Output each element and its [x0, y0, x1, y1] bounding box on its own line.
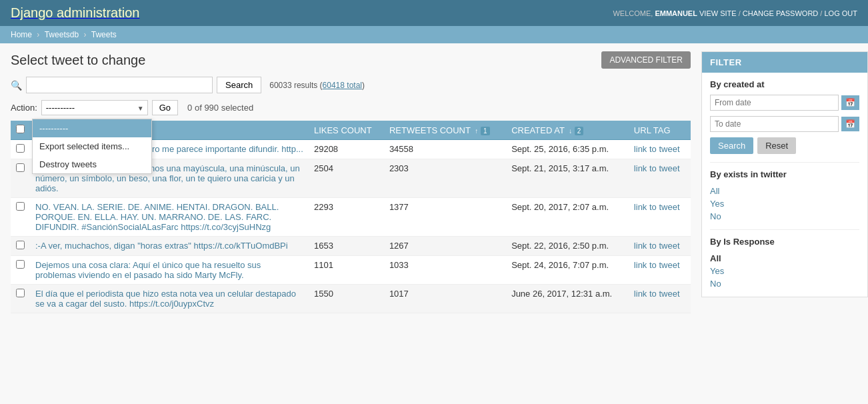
action-label: Action: [11, 103, 37, 113]
welcome-text: WELCOME, [613, 9, 653, 17]
row-created-at-cell: Sept. 21, 2015, 3:17 a.m. [506, 159, 629, 198]
filter-is-response-no[interactable]: No [710, 277, 859, 290]
select-all-header[interactable] [11, 121, 30, 140]
row-tweet-cell: :-A ver, muchachos, digan "horas extras"… [30, 237, 309, 256]
content-wrapper: Select tweet to change ADVANCED FILTER 🔍… [0, 43, 868, 321]
results-close: ) [362, 81, 365, 90]
site-title-link[interactable]: Django administration [11, 5, 139, 21]
row-checkbox[interactable] [16, 241, 25, 249]
filter-from-date-input[interactable] [710, 95, 839, 111]
url-tag-link[interactable]: link to tweet [634, 163, 680, 173]
log-out-link[interactable]: LOG OUT [824, 9, 857, 17]
tweet-link[interactable]: :-A ver, muchachos, digan "horas extras"… [35, 241, 288, 251]
breadcrumb-current: Tweets [91, 30, 117, 39]
filter-is-response-options: All Yes No [710, 252, 859, 290]
site-header: Django administration WELCOME, EMMANUEL … [0, 0, 868, 26]
advanced-filter-button[interactable]: ADVANCED FILTER [601, 51, 691, 69]
action-bar: Action: ---------- Export selected items… [11, 100, 691, 115]
action-select[interactable]: ---------- Export selected items... Dest… [41, 100, 148, 115]
filter-search-button[interactable]: Search [710, 137, 753, 154]
filter-exists-options: All Yes No [710, 185, 859, 223]
breadcrumb-home[interactable]: Home [11, 30, 32, 39]
retweets-col-header[interactable]: RETWEETS COUNT ↑ 1 [384, 121, 506, 140]
row-retweets-cell: 34558 [384, 140, 506, 159]
row-likes-cell: 1653 [309, 237, 384, 256]
dropdown-item[interactable]: Destroy tweets [33, 155, 151, 173]
created-at-col-header[interactable]: CREATED AT ↓ 2 [506, 121, 629, 140]
to-date-calendar-icon[interactable]: 📅 [841, 117, 859, 131]
row-url-tag-cell: link to tweet [629, 140, 691, 159]
search-input[interactable] [26, 77, 213, 93]
sort-arrow-created: ↓ [569, 127, 572, 135]
filter-exists-no[interactable]: No [710, 210, 859, 223]
url-tag-link[interactable]: link to tweet [634, 241, 680, 251]
url-tag-link[interactable]: link to tweet [634, 202, 680, 212]
results-text: 60033 results ( [269, 81, 322, 90]
row-checkbox-cell [11, 256, 30, 285]
filter-to-date-row: 📅 [710, 116, 859, 132]
row-created-at-cell: June 26, 2017, 12:31 a.m. [506, 285, 629, 313]
filter-body: By created at 📅 📅 Search Reset By exists… [702, 73, 867, 297]
url-tag-link[interactable]: link to tweet [634, 144, 680, 154]
search-bar: 🔍 Search 60033 results (60418 total) [11, 77, 691, 93]
url-tag-link[interactable]: link to tweet [634, 289, 680, 299]
results-count: 60033 results (60418 total) [269, 81, 365, 90]
row-likes-cell: 1550 [309, 285, 384, 313]
filter-is-response-all[interactable]: All [710, 252, 859, 265]
row-likes-cell: 2504 [309, 159, 384, 198]
row-checkbox[interactable] [16, 163, 25, 172]
username: EMMANUEL [655, 9, 697, 17]
filter-exists-label: By exists in twitter [710, 169, 859, 179]
sort-arrow-retweets: ↑ [475, 127, 478, 135]
tweet-link[interactable]: Dejemos una cosa clara: Aquí el único qu… [35, 260, 261, 280]
filter-is-response-yes[interactable]: Yes [710, 265, 859, 277]
row-url-tag-cell: link to tweet [629, 198, 691, 237]
row-checkbox[interactable] [16, 144, 25, 153]
row-tweet-cell: NO. VEAN. LA. SERIE. DE. ANIME. HENTAI. … [30, 198, 309, 237]
selected-count: 0 of 990 selected [187, 103, 253, 113]
select-all-checkbox[interactable] [16, 125, 25, 133]
filter-divider-1 [710, 162, 859, 163]
total-link[interactable]: 60418 total [323, 81, 362, 90]
filter-exists-all[interactable]: All [710, 185, 859, 197]
tweet-link[interactable]: El día que el periodista que hizo esta n… [35, 289, 296, 309]
sep-1: › [37, 30, 41, 39]
row-created-at-cell: Sept. 24, 2016, 7:07 p.m. [506, 256, 629, 285]
row-created-at-cell: Sept. 25, 2016, 6:35 p.m. [506, 140, 629, 159]
row-retweets-cell: 1377 [384, 198, 506, 237]
row-url-tag-cell: link to tweet [629, 256, 691, 285]
table-row: :-A ver, muchachos, digan "horas extras"… [11, 237, 691, 256]
go-button[interactable]: Go [152, 100, 178, 115]
filter-exists-yes[interactable]: Yes [710, 197, 859, 210]
main-content: Select tweet to change ADVANCED FILTER 🔍… [0, 43, 701, 321]
likes-col-header: LIKES COUNT [309, 121, 384, 140]
filter-created-at-label: By created at [710, 79, 859, 89]
from-date-calendar-icon[interactable]: 📅 [841, 95, 859, 110]
action-dropdown-menu: ----------Export selected items...Destro… [32, 119, 152, 174]
dropdown-item[interactable]: Export selected items... [33, 137, 151, 155]
row-created-at-cell: Sept. 20, 2017, 2:07 a.m. [506, 198, 629, 237]
dropdown-item[interactable]: ---------- [33, 119, 151, 137]
row-likes-cell: 29208 [309, 140, 384, 159]
row-checkbox-cell [11, 140, 30, 159]
filter-to-date-input[interactable] [710, 116, 839, 132]
filter-reset-button[interactable]: Reset [757, 137, 796, 154]
change-password-link[interactable]: CHANGE PASSWORD [743, 9, 818, 17]
view-site-link[interactable]: VIEW SITE [699, 9, 737, 17]
url-tag-link[interactable]: link to tweet [634, 260, 680, 270]
row-likes-cell: 1101 [309, 256, 384, 285]
site-title: Django administration [11, 5, 139, 20]
row-checkbox[interactable] [16, 289, 25, 297]
user-info: WELCOME, EMMANUEL VIEW SITE / CHANGE PAS… [613, 9, 857, 17]
row-checkbox[interactable] [16, 260, 25, 269]
filter-section: FILTER By created at 📅 📅 Search Reset [701, 51, 868, 297]
breadcrumb-tweetsdb[interactable]: Tweetsdb [45, 30, 79, 39]
sort-num-created: 2 [575, 127, 584, 135]
row-checkbox-cell [11, 159, 30, 198]
row-retweets-cell: 1017 [384, 285, 506, 313]
filter-from-date-row: 📅 [710, 95, 859, 111]
row-checkbox[interactable] [16, 202, 25, 211]
tweet-link[interactable]: NO. VEAN. LA. SERIE. DE. ANIME. HENTAI. … [35, 202, 279, 232]
search-button[interactable]: Search [217, 77, 261, 93]
filter-is-response-label: By Is Response [710, 237, 859, 247]
